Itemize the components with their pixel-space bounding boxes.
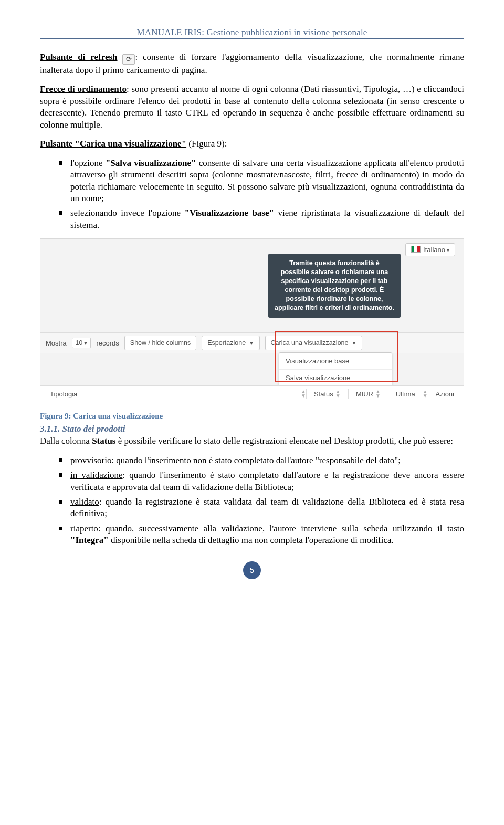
text: : quando l'inserimento non è stato compl… — [111, 455, 401, 465]
th-ultima-modifica[interactable]: Ultima — [388, 391, 423, 398]
btn-label: Esportazione — [207, 339, 246, 347]
bullet-list-salva-visual: l'opzione "Salva visualizzazione" consen… — [40, 158, 464, 232]
export-button[interactable]: Esportazione ▼ — [202, 336, 259, 350]
lang-label: Italiano — [423, 246, 445, 254]
text: : quando la registrazione è stata valida… — [70, 497, 464, 518]
sort-icon[interactable]: ▲▼ — [301, 390, 306, 398]
sort-icon[interactable]: ▲▼ — [423, 390, 428, 398]
chevron-down-icon: ▾ — [84, 339, 87, 347]
th-miur[interactable]: MIUR▲▼ — [349, 390, 388, 398]
language-selector[interactable]: Italiano▾ — [405, 243, 455, 256]
text: disponibile nella scheda di dettaglio ma… — [109, 535, 394, 545]
text: (Figura 9): — [186, 139, 227, 149]
th-azioni: Azioni — [428, 390, 461, 398]
show-hide-columns-button[interactable]: Show / hide columns — [124, 336, 196, 350]
label-provvisorio: provvisorio — [70, 455, 111, 465]
select-value: 10 — [76, 339, 82, 347]
label-validato: validato — [70, 497, 99, 507]
th-label: Ultima — [396, 391, 415, 398]
paragraph-carica-visual: Pulsante "Carica una visualizzazione" (F… — [40, 138, 464, 150]
text: Dalla colonna — [40, 436, 92, 446]
strong: Status — [92, 436, 116, 446]
th-tipologia[interactable]: Tipologia — [43, 390, 85, 398]
th-label: Tipologia — [50, 390, 77, 398]
menu-item-salva-visualizzazione[interactable]: Salva visualizzazione — [279, 370, 392, 386]
table-toolbar: Mostra 10 ▾ records Show / hide columns … — [40, 332, 464, 353]
page-header: MANUALE IRIS: Gestione pubblicazioni in … — [40, 27, 464, 39]
th-label: MIUR — [356, 390, 373, 398]
label-pulsante-refresh: Pulsante di refresh — [40, 52, 118, 62]
list-item: riaperto: quando, successivamente alla v… — [59, 523, 464, 547]
th-label: Azioni — [436, 390, 454, 398]
strong: "Salva visualizzazione" — [106, 158, 196, 168]
label-frecce: Frecce di ordinamento — [40, 84, 127, 94]
label-riaperto: riaperto — [70, 524, 98, 534]
list-item: l'opzione "Salva visualizzazione" consen… — [59, 158, 464, 205]
list-item: validato: quando la registrazione è stat… — [59, 496, 464, 520]
chevron-down-icon: ▼ — [249, 341, 254, 346]
bullet-list-stati: provvisorio: quando l'inserimento non è … — [40, 455, 464, 547]
paragraph-status-intro: Dalla colonna Status è possibile verific… — [40, 435, 464, 447]
btn-label: Carica una visualizzazione — [271, 339, 349, 347]
figure-9: Italiano▾ Tramite questa funzionalità è … — [40, 238, 464, 402]
list-item: in validazione: quando l'inserimento è s… — [59, 469, 464, 493]
list-item: selezionando invece l'opzione "Visualizz… — [59, 207, 464, 231]
chevron-down-icon: ▾ — [447, 247, 449, 253]
text: : quando l'inserimento è stato completat… — [70, 470, 464, 492]
th-label: Status — [314, 390, 333, 398]
tooltip: Tramite questa funzionalità è possibile … — [268, 254, 401, 317]
refresh-icon: ⟳ — [122, 54, 135, 65]
strong: "Integra" — [70, 535, 109, 545]
label-mostra: Mostra — [46, 339, 67, 347]
th-status[interactable]: Status▲▼ — [307, 390, 348, 398]
page-number: 5 — [243, 561, 261, 579]
text: selezionando invece l'opzione — [70, 208, 185, 218]
list-item: provvisorio: quando l'inserimento non è … — [59, 455, 464, 466]
paragraph-refresh: Pulsante di refresh ⟳: consente di forza… — [40, 51, 464, 76]
load-view-dropdown: Visualizzazione base Salva visualizzazio… — [279, 352, 392, 387]
label-in-validazione: in validazione — [70, 470, 123, 480]
screenshot-carica-visual: Italiano▾ Tramite questa funzionalità è … — [40, 238, 464, 402]
figure-caption: Figura 9: Carica una visualizzazione — [40, 412, 464, 421]
text: è possibile verificare lo stato delle re… — [116, 436, 453, 446]
sort-icon: ▲▼ — [375, 390, 381, 398]
label-carica-visual: Pulsante "Carica una visualizzazione" — [40, 139, 186, 149]
paragraph-frecce: Frecce di ordinamento: sono presenti acc… — [40, 83, 464, 131]
load-view-button[interactable]: Carica una visualizzazione ▼ — [265, 336, 362, 350]
flag-it-icon — [411, 246, 421, 253]
text: l'opzione — [70, 158, 106, 168]
text: : quando, successivamente alla validazio… — [98, 524, 464, 534]
strong: "Visualizzazione base" — [185, 208, 274, 218]
sort-icon: ▲▼ — [335, 390, 341, 398]
page-size-select[interactable]: 10 ▾ — [72, 338, 91, 348]
section-heading-311: 3.1.1. Stato dei prodotti — [40, 424, 464, 434]
menu-item-visualizzazione-base[interactable]: Visualizzazione base — [279, 353, 392, 370]
chevron-down-icon: ▼ — [352, 341, 356, 346]
table-header-row: Tipologia ▲▼ Status▲▼ MIUR▲▼ Ultima ▲▼ A… — [40, 385, 464, 402]
label-records: records — [96, 339, 119, 347]
